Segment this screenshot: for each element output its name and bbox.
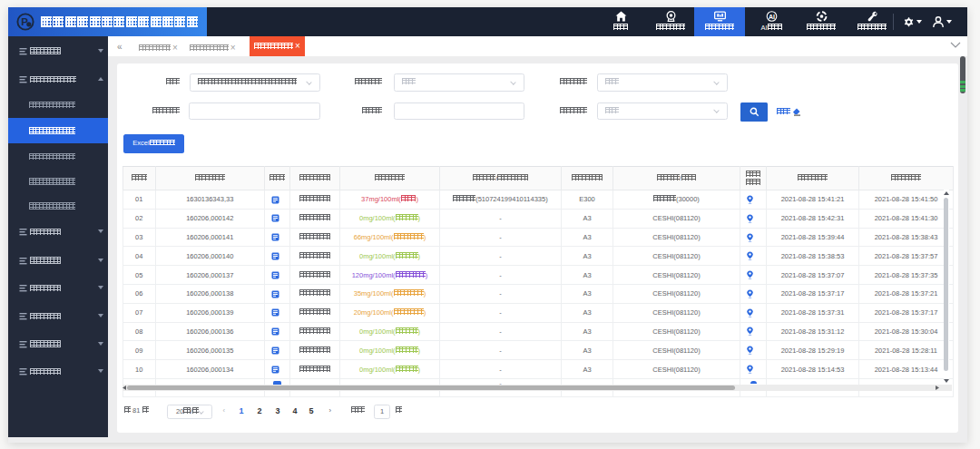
svg-text:AI: AI bbox=[768, 13, 774, 19]
